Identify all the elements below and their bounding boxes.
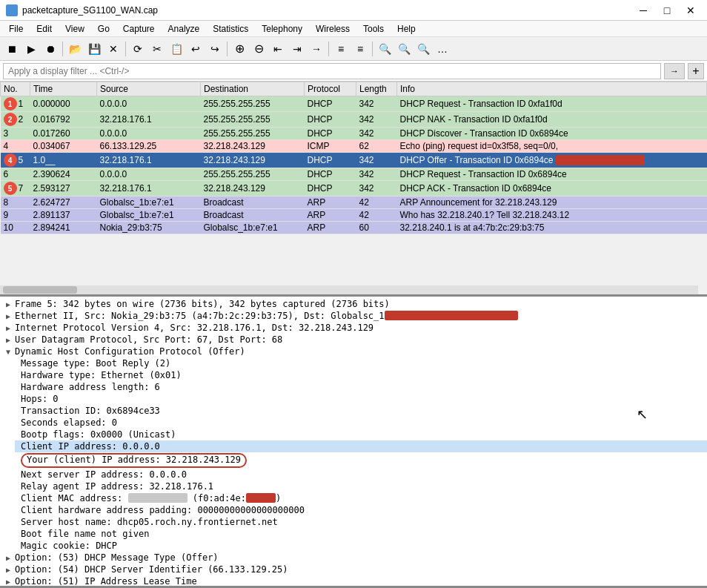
dhcp-opt-53[interactable]: Option: (53) DHCP Message Type (Offer) — [0, 552, 707, 564]
col-header-protocol[interactable]: Protocol — [305, 82, 356, 96]
toolbar-nav-prev[interactable]: ⇤ — [269, 40, 287, 58]
toolbar-close[interactable]: ✕ — [104, 40, 122, 58]
dhcp-msg-type[interactable]: Message type: Boot Reply (2) — [15, 357, 707, 369]
toolbar-zoom-m[interactable]: 🔍 — [414, 40, 432, 58]
table-row[interactable]: 62.3906240.0.0.0255.255.255.255DHCP342DH… — [1, 168, 707, 181]
dhcp-client-mac[interactable]: Client MAC address: (f0:ad:4e: ) — [15, 492, 707, 504]
toolbar-copy[interactable]: 📋 — [167, 40, 185, 58]
menu-item-go[interactable]: Go — [92, 22, 116, 35]
table-row[interactable]: 102.894241Nokia_29:b3:75Globalsc_1b:e7:e… — [1, 222, 707, 234]
dhcp-next-server[interactable]: Next server IP address: 0.0.0.0 — [15, 469, 707, 480]
col-header-destination[interactable]: Destination — [201, 82, 305, 96]
dhcp-hw-padding[interactable]: Client hardware address padding: 0000000… — [15, 504, 707, 516]
dhcp-hw-type[interactable]: Hardware type: Ethernet (0x01) — [15, 369, 707, 381]
minimize-button[interactable]: ─ — [633, 3, 654, 18]
table-row[interactable]: 82.624727Globalsc_1b:e7:e1BroadcastARP42… — [1, 196, 707, 209]
toolbar: ⏹ ▶ ⏺ 📂 💾 ✕ ⟳ ✂ 📋 ↩ ↪ ⊕ ⊖ ⇤ ⇥ → ≡ ≡ 🔍 🔍 … — [0, 37, 707, 61]
toolbar-filter1[interactable]: ≡ — [332, 40, 350, 58]
cell-no: 11 — [1, 96, 30, 112]
table-row[interactable]: 92.891137Globalsc_1b:e7:e1BroadcastARP42… — [1, 209, 707, 222]
detail-dhcp[interactable]: Dynamic Host Configuration Protocol (Off… — [0, 346, 707, 357]
dhcp-opt-51[interactable]: Option: (51) IP Address Lease Time — [0, 575, 707, 587]
cell-time: 2.593127 — [30, 181, 97, 196]
table-row[interactable]: 30.0172600.0.0.0255.255.255.255DHCP342DH… — [1, 128, 707, 140]
toolbar-nav-next[interactable]: ⇥ — [288, 40, 306, 58]
toolbar-cut[interactable]: ✂ — [148, 40, 166, 58]
details-pane[interactable]: Frame 5: 342 bytes on wire (2736 bits), … — [0, 297, 707, 588]
menu-item-wireless[interactable]: Wireless — [310, 22, 356, 35]
cell-info: Who has 32.218.240.1? Tell 32.218.243.12 — [397, 209, 707, 222]
cell-dest: Broadcast — [201, 196, 305, 209]
cell-dest: Globalsc_1b:e7:e1 — [201, 222, 305, 234]
separator-5 — [372, 42, 373, 56]
dhcp-client-ip[interactable]: Client IP address: 0.0.0.0 — [15, 440, 707, 452]
toolbar-more[interactable]: … — [434, 40, 451, 58]
cell-dest: 32.218.243.129 — [201, 153, 305, 168]
cell-info: DHCP Offer - Transaction ID 0x6894ce — [397, 153, 707, 168]
col-header-source[interactable]: Source — [97, 82, 201, 96]
menu-item-capture[interactable]: Capture — [117, 22, 161, 35]
toolbar-zoom-p[interactable]: 🔍 — [395, 40, 413, 58]
table-row[interactable]: 110.0000000.0.0.0255.255.255.255DHCP342D… — [1, 96, 707, 112]
menu-item-analyze[interactable]: Analyze — [162, 22, 206, 35]
toolbar-reload[interactable]: ⟳ — [129, 40, 147, 58]
menu-item-statistics[interactable]: Statistics — [207, 22, 254, 35]
table-row[interactable]: 451.0__32.218.176.132.218.243.129DHCP342… — [1, 153, 707, 168]
toolbar-filter2[interactable]: ≡ — [351, 40, 369, 58]
toolbar-save[interactable]: 💾 — [85, 40, 103, 58]
dhcp-relay-agent[interactable]: Relay agent IP address: 32.218.176.1 — [15, 480, 707, 492]
dhcp-your-ip[interactable]: Your (client) IP address: 32.218.243.129 — [15, 452, 707, 469]
menu-item-help[interactable]: Help — [391, 22, 422, 35]
col-header-length[interactable]: Length — [356, 82, 397, 96]
col-header-no[interactable]: No. — [1, 82, 30, 96]
dhcp-magic-cookie[interactable]: Magic cookie: DHCP — [15, 540, 707, 552]
table-row[interactable]: 220.01679232.218.176.1255.255.255.255DHC… — [1, 112, 707, 128]
toolbar-open[interactable]: 📂 — [66, 40, 84, 58]
toolbar-record[interactable]: ⏺ — [42, 40, 59, 58]
toolbar-zoom-in[interactable]: ⊕ — [230, 40, 248, 58]
toolbar-start[interactable]: ▶ — [22, 40, 40, 58]
filter-input[interactable] — [3, 63, 661, 79]
cell-source: Nokia_29:b3:75 — [97, 222, 201, 234]
filter-bar: → + — [0, 61, 707, 82]
detail-ethernet[interactable]: Ethernet II, Src: Nokia_29:b3:75 (a4:7b:… — [0, 310, 707, 322]
menu-item-edit[interactable]: Edit — [30, 22, 58, 35]
detail-ip[interactable]: Internet Protocol Version 4, Src: 32.218… — [0, 322, 707, 334]
cell-time: 0.016792 — [30, 112, 97, 128]
toolbar-redo[interactable]: ↪ — [206, 40, 224, 58]
dhcp-server-host[interactable]: Server host name: dhcp05.roch.ny.frontie… — [15, 516, 707, 528]
toolbar-stop[interactable]: ⏹ — [3, 40, 21, 58]
close-button[interactable]: ✕ — [680, 3, 701, 18]
toolbar-undo[interactable]: ↩ — [187, 40, 205, 58]
table-row[interactable]: 572.59312732.218.176.132.218.243.129DHCP… — [1, 181, 707, 196]
menu-bar: FileEditViewGoCaptureAnalyzeStatisticsTe… — [0, 21, 707, 37]
detail-udp[interactable]: User Datagram Protocol, Src Port: 67, Ds… — [0, 334, 707, 346]
table-row[interactable]: 40.03406766.133.129.2532.218.243.129ICMP… — [1, 140, 707, 153]
cell-dest: 255.255.255.255 — [201, 96, 305, 112]
cell-len: 42 — [356, 196, 397, 209]
title-bar-left: packetcapture_SG1100_WAN.cap — [6, 4, 158, 16]
dhcp-bootp-flags[interactable]: Bootp flags: 0x0000 (Unicast) — [15, 429, 707, 440]
toolbar-go[interactable]: → — [308, 40, 325, 58]
toolbar-zoom-out[interactable]: ⊖ — [250, 40, 268, 58]
dhcp-hw-len[interactable]: Hardware address length: 6 — [15, 381, 707, 393]
menu-item-view[interactable]: View — [59, 22, 90, 35]
menu-item-telephony[interactable]: Telephony — [256, 22, 308, 35]
cell-no: 3 — [1, 128, 30, 140]
dhcp-txid[interactable]: Transaction ID: 0x6894ce33 — [15, 405, 707, 417]
dhcp-opt-54[interactable]: Option: (54) DHCP Server Identifier (66.… — [0, 564, 707, 575]
filter-arrow-button[interactable]: → — [664, 63, 685, 79]
toolbar-search[interactable]: 🔍 — [376, 40, 394, 58]
menu-item-tools[interactable]: Tools — [357, 22, 390, 35]
title-bar-controls: ─ □ ✕ — [633, 3, 701, 18]
dhcp-secs[interactable]: Seconds elapsed: 0 — [15, 417, 707, 429]
packet-table-container[interactable]: No. Time Source Destination Protocol Len… — [0, 82, 707, 297]
detail-frame[interactable]: Frame 5: 342 bytes on wire (2736 bits), … — [0, 298, 707, 310]
dhcp-hops[interactable]: Hops: 0 — [15, 393, 707, 405]
col-header-info[interactable]: Info — [397, 82, 707, 96]
col-header-time[interactable]: Time — [30, 82, 97, 96]
maximize-button[interactable]: □ — [657, 3, 677, 18]
menu-item-file[interactable]: File — [3, 22, 29, 35]
filter-plus-button[interactable]: + — [688, 63, 704, 79]
dhcp-boot-file[interactable]: Boot file name not given — [15, 528, 707, 540]
